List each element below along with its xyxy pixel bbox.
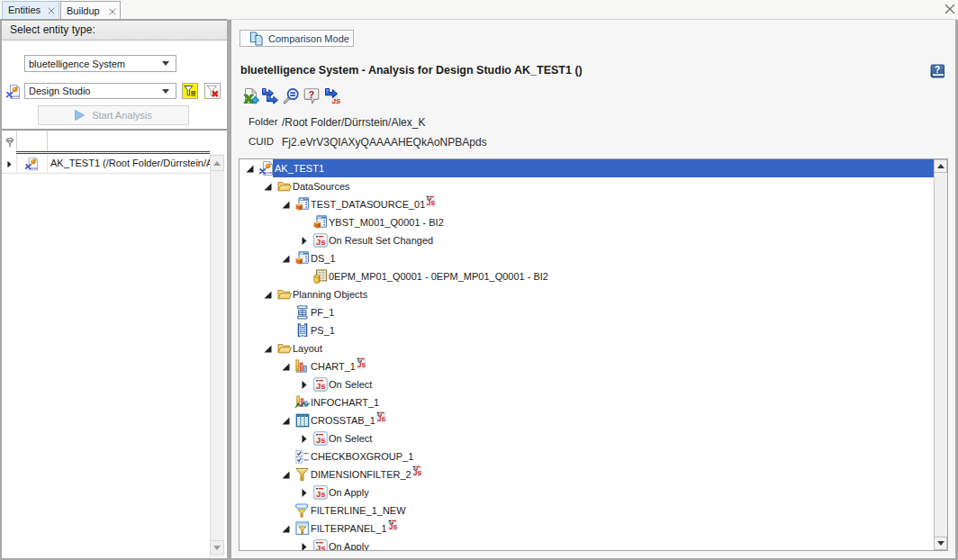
tree-item-on-select[interactable]: On Select — [240, 375, 934, 393]
tree-item-label-wrap[interactable]: YBST_M001_Q0001 - BI2 — [327, 213, 444, 231]
help-bubble-icon[interactable] — [303, 88, 320, 104]
tree-item-label: Planning Objects — [293, 285, 367, 303]
tree-item-ds-1[interactable]: DS_1 — [240, 249, 934, 267]
expander-collapsed-icon[interactable] — [302, 381, 307, 389]
expander-expanded-icon[interactable] — [282, 417, 290, 425]
dbtable-icon — [313, 269, 328, 284]
expander-expanded-icon[interactable] — [282, 525, 290, 533]
tree-item-planning-objects[interactable]: Planning Objects — [240, 285, 934, 303]
tree-item-label-wrap[interactable]: PF_1 — [309, 303, 334, 321]
tree-item-label-wrap[interactable]: On Apply — [327, 537, 369, 550]
entity-row[interactable]: AK_TEST1 (/Root Folder/Dürrstein/Alex_K) — [2, 154, 210, 174]
tree-item-label-wrap[interactable]: DIMENSIONFILTER_2 — [309, 465, 422, 483]
tree-scroll-down-button[interactable] — [934, 537, 947, 550]
expander-expanded-icon[interactable] — [282, 201, 290, 209]
filterline-icon — [295, 503, 310, 518]
entity-table-scroll-up-button[interactable] — [210, 155, 224, 171]
tree-item-dimensionfilter-2[interactable]: DIMENSIONFILTER_2 — [240, 465, 934, 483]
excel-export-icon[interactable] — [243, 88, 259, 104]
tree-item-test-datasource-01[interactable]: TEST_DATASOURCE_01 — [240, 195, 934, 213]
edit-filter-button[interactable] — [182, 83, 198, 99]
folder-icon — [277, 341, 292, 356]
expander-expanded-icon[interactable] — [264, 345, 272, 353]
tree-item-crosstab-1[interactable]: CROSSTAB_1 — [240, 411, 934, 429]
play-icon — [75, 110, 85, 121]
entity-type-combobox[interactable]: Design Studio — [24, 83, 176, 99]
chevron-down-icon — [162, 61, 169, 66]
tree-item-label-wrap[interactable]: DataSources — [291, 177, 350, 195]
system-combobox[interactable]: bluetelligence System — [24, 55, 176, 72]
tree-item-0epm-mp01-q0001-0epm-mp01-q0001-bi2[interactable]: 0EPM_MP01_Q0001 - 0EPM_MP01_Q0001 - BI2 — [240, 267, 934, 285]
expander-expanded-icon[interactable] — [264, 291, 272, 299]
tree-item-label-wrap[interactable]: CHART_1 — [309, 357, 366, 375]
entity-table-scroll-down-button[interactable] — [210, 540, 224, 555]
goto-script-icon[interactable] — [324, 88, 340, 104]
tab-entities-close-icon[interactable] — [48, 7, 55, 14]
tree-item-label-wrap[interactable]: DS_1 — [309, 249, 336, 267]
tree-item-label-wrap[interactable]: AK_TEST1 — [273, 159, 934, 177]
tree-item-label-wrap[interactable]: Planning Objects — [291, 285, 367, 303]
tree-item-pf-1[interactable]: PF_1 — [240, 303, 934, 321]
tree-item-label-wrap[interactable]: On Apply — [327, 483, 369, 501]
tree-item-on-select[interactable]: On Select — [240, 429, 934, 447]
tree-item-filterline-1-new[interactable]: FILTERLINE_1_NEW — [240, 501, 934, 519]
tree-item-label-wrap[interactable]: 0EPM_MP01_Q0001 - 0EPM_MP01_Q0001 - BI2 — [327, 267, 548, 285]
tree-item-datasources[interactable]: DataSources — [240, 177, 934, 195]
tree-item-label-wrap[interactable]: TEST_DATASOURCE_01 — [309, 195, 436, 213]
tree-item-label-wrap[interactable]: On Select — [327, 375, 372, 393]
funnel-small-icon[interactable] — [5, 138, 14, 148]
expander-expanded-icon[interactable] — [282, 255, 290, 263]
folder-icon — [277, 287, 292, 302]
entity-row-expander-icon[interactable] — [7, 160, 12, 168]
expander-expanded-icon[interactable] — [246, 165, 254, 173]
expander-collapsed-icon[interactable] — [302, 435, 307, 443]
tree-item-label-wrap[interactable]: On Select — [327, 429, 372, 447]
tree-item-label-wrap[interactable]: CHECKBOXGROUP_1 — [309, 447, 413, 465]
tree-item-checkboxgroup-1[interactable]: CHECKBOXGROUP_1 — [240, 447, 934, 465]
comparison-mode-button[interactable]: Comparison Mode — [240, 30, 354, 47]
clear-filter-button[interactable] — [204, 83, 221, 99]
expander-collapsed-icon[interactable] — [302, 543, 307, 550]
expander-expanded-icon[interactable] — [264, 183, 272, 191]
tab-entities[interactable]: Entities — [2, 1, 59, 19]
tree-item-label-wrap[interactable]: FILTERLINE_1_NEW — [309, 501, 406, 519]
tree-item-label-wrap[interactable]: Layout — [291, 339, 322, 357]
tab-buildup[interactable]: Buildup — [60, 1, 121, 21]
tree-item-label-wrap[interactable]: CROSSTAB_1 — [309, 411, 386, 429]
help-book-icon[interactable] — [930, 64, 944, 78]
funnel-clear-icon — [205, 84, 220, 98]
entity-table-cell-divider — [16, 154, 17, 174]
tree-item-layout[interactable]: Layout — [240, 339, 934, 357]
app-icon — [259, 161, 274, 176]
expander-collapsed-icon[interactable] — [302, 237, 307, 245]
tree-scrollbar[interactable] — [934, 159, 947, 550]
tree-scroll-up-button[interactable] — [934, 159, 947, 173]
tree-item-ps-1[interactable]: PS_1 — [240, 321, 934, 339]
expander-expanded-icon[interactable] — [282, 471, 290, 479]
tree-item-ak-test1[interactable]: AK_TEST1 — [240, 159, 934, 177]
js-icon — [313, 377, 328, 392]
tree-item-on-apply[interactable]: On Apply — [240, 537, 934, 550]
tree-item-filterpanel-1[interactable]: FILTERPANEL_1 — [240, 519, 934, 537]
tree-item-label-wrap[interactable]: FILTERPANEL_1 — [309, 519, 398, 537]
tree-item-on-apply[interactable]: On Apply — [240, 483, 934, 501]
tree-item-ybst-m001-q0001-bi2[interactable]: YBST_M001_Q0001 - BI2 — [240, 213, 934, 231]
tree-item-chart-1[interactable]: CHART_1 — [240, 357, 934, 375]
entity-table-cell-divider — [47, 154, 48, 174]
tree-item-infochart-1[interactable]: INFOCHART_1 — [240, 393, 934, 411]
analysis-title: bluetelligence System - Analysis for Des… — [240, 64, 583, 77]
tree-item-label-wrap[interactable]: PS_1 — [309, 321, 335, 339]
tree-item-label: AK_TEST1 — [275, 159, 324, 177]
zoom-details-icon[interactable] — [283, 88, 299, 104]
tree-item-label-wrap[interactable]: INFOCHART_1 — [309, 393, 379, 411]
trace-arrows-icon[interactable] — [262, 88, 278, 104]
tree-item-label-wrap[interactable]: On Result Set Changed — [327, 231, 433, 249]
start-analysis-button[interactable]: Start Analysis — [38, 105, 189, 125]
entity-table-scrollbar[interactable] — [210, 154, 224, 557]
tree-item-on-result-set-changed[interactable]: On Result Set Changed — [240, 231, 934, 249]
tab-buildup-close-icon[interactable] — [109, 8, 116, 15]
expander-expanded-icon[interactable] — [282, 363, 290, 371]
tree-item-label: DS_1 — [311, 249, 336, 267]
panel-close-icon[interactable] — [944, 4, 955, 14]
expander-collapsed-icon[interactable] — [302, 489, 307, 497]
